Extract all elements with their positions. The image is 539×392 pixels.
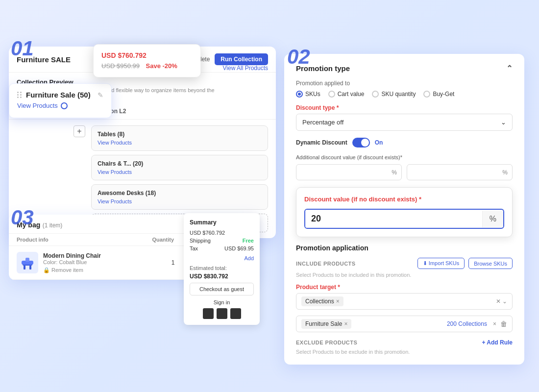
collections-count-remove[interactable]: × bbox=[493, 320, 496, 327]
radio-cart-value[interactable]: Cart value bbox=[328, 91, 365, 98]
additional-discount-label: Additional discount value (if discount e… bbox=[296, 154, 513, 160]
dynamic-on-label: On bbox=[375, 139, 383, 146]
social-button-3[interactable] bbox=[230, 308, 241, 319]
applied-to-label: Promotion applied to bbox=[296, 80, 513, 87]
radio-skus[interactable]: SKUs bbox=[296, 91, 320, 98]
browse-skus-button[interactable]: Browse SKUs bbox=[468, 258, 513, 269]
cart-item-color: Color: Cobalt Blue bbox=[43, 259, 147, 265]
discount-pct-suffix: % bbox=[482, 211, 503, 227]
popup-header: Furniture Sale (50) ✎ bbox=[17, 91, 103, 99]
dynamic-discount-row: Dynamic Discount On bbox=[296, 138, 513, 147]
include-products-label: INCLUDE PRODUCTS bbox=[296, 261, 356, 267]
summary-shipping-row: Shipping Free bbox=[190, 238, 254, 244]
summary-subtotal-row: USD $760.792 bbox=[190, 230, 254, 236]
drag-handle-icon bbox=[17, 92, 22, 98]
chairs-view-products-link[interactable]: View Products bbox=[98, 169, 262, 175]
tables-collection-box: Tables (8) View Products bbox=[91, 125, 268, 151]
run-collection-button[interactable]: Run Collection bbox=[215, 53, 268, 65]
summary-subtotal-value: USD $760.792 bbox=[190, 230, 225, 236]
promotion-panel: Promotion type ⌃ Promotion applied to SK… bbox=[284, 54, 524, 365]
discount-value-popup: Discount value (if no discount exists) *… bbox=[296, 187, 513, 237]
collections-count: 200 Collections bbox=[447, 320, 487, 327]
select-chevron-icon: ⌄ bbox=[501, 119, 506, 126]
discount-popup-title: Discount value (if no discount exists) * bbox=[304, 196, 504, 203]
view-all-products-link[interactable]: View All Products bbox=[223, 65, 269, 72]
summary-title: Summary bbox=[190, 219, 254, 226]
radio-sku-qty-circle[interactable] bbox=[372, 91, 379, 98]
additional-discount-input-2[interactable] bbox=[407, 164, 513, 180]
estimated-total-value: USD $830.792 bbox=[190, 273, 254, 280]
social-button-1[interactable] bbox=[203, 308, 214, 319]
discount-value-input-container[interactable]: % bbox=[304, 209, 504, 229]
summary-shipping-value: Free bbox=[243, 238, 254, 244]
promo-application-title: Promotion application bbox=[296, 244, 513, 252]
svg-rect-2 bbox=[29, 266, 31, 270]
discount-type-label: Discount type * bbox=[296, 104, 513, 111]
l2-collection-header: Collection L2 bbox=[89, 108, 268, 115]
import-skus-button[interactable]: ⬇ Import SKUs bbox=[417, 258, 465, 269]
exclude-products-row: EXCLUDE PRODUCTS + Add Rule bbox=[296, 339, 513, 346]
add-root-button[interactable]: + bbox=[74, 125, 85, 137]
cart-item-image bbox=[17, 252, 38, 273]
pct-suffix-1: % bbox=[392, 169, 397, 176]
summary-shipping-label: Shipping bbox=[190, 238, 211, 244]
summary-tax-row: Tax USD $69.95 bbox=[190, 245, 254, 251]
svg-rect-1 bbox=[24, 266, 25, 270]
radio-buy-get[interactable]: Buy-Get bbox=[423, 91, 454, 98]
discounted-price: USD $760.792 bbox=[101, 51, 193, 59]
pct-suffix-2: % bbox=[502, 169, 508, 176]
tables-view-products-link[interactable]: View Products bbox=[98, 140, 262, 146]
exclude-hint: Select Products to be exclude in this pr… bbox=[296, 349, 513, 355]
social-buttons bbox=[190, 308, 254, 319]
original-price: USD $950.99 bbox=[101, 62, 140, 70]
desks-view-products-link[interactable]: View Products bbox=[98, 198, 262, 204]
select-products-hint: Select Products to be included in this p… bbox=[296, 272, 513, 278]
signin-label: Sign in bbox=[190, 299, 254, 305]
step-2-number: 02 bbox=[287, 47, 310, 67]
chairs-collection-name: Chairs & T... (20) bbox=[98, 160, 262, 167]
step-1-number: 01 bbox=[11, 38, 34, 59]
radio-skus-circle[interactable] bbox=[296, 91, 303, 98]
checkout-as-guest-button[interactable]: Checkout as guest bbox=[190, 283, 254, 295]
collections-chip-remove-icon[interactable]: × bbox=[336, 298, 340, 305]
radio-cart-value-circle[interactable] bbox=[328, 91, 335, 98]
product-target-select[interactable]: Collections × ✕ ⌄ bbox=[296, 293, 513, 310]
additional-discount-field-2[interactable]: % bbox=[407, 164, 513, 180]
collections-chip: Collections × bbox=[301, 296, 343, 306]
step-3-number: 03 bbox=[11, 207, 34, 228]
cart-item-info: Modern Dining Chair Color: Cobalt Blue 🔒… bbox=[43, 252, 147, 273]
chevron-down-icon[interactable]: ⌃ bbox=[506, 64, 513, 73]
promo-applied-to-group: SKUs Cart value SKU quantity Buy-Get bbox=[296, 91, 513, 98]
discount-value-input[interactable] bbox=[305, 210, 482, 228]
radio-buy-get-circle[interactable] bbox=[423, 91, 430, 98]
remove-item-link[interactable]: 🔒 Remove item bbox=[43, 267, 147, 273]
product-target-label: Product target * bbox=[296, 284, 513, 291]
additional-discount-field-1[interactable]: % bbox=[296, 164, 402, 180]
promotion-type-title: Promotion type ⌃ bbox=[296, 64, 513, 73]
discount-type-select[interactable]: Percentage off ⌄ bbox=[296, 114, 513, 131]
include-products-row: INCLUDE PRODUCTS ⬇ Import SKUs Browse SK… bbox=[296, 258, 513, 269]
target-select-arrows-icon: ✕ ⌄ bbox=[496, 298, 507, 305]
furniture-sale-chip: Furniture Sale × bbox=[301, 319, 351, 329]
desks-collection-box: Awesome Desks (18) View Products bbox=[91, 184, 268, 210]
popup-collection-name: Furniture Sale (50) bbox=[26, 91, 94, 99]
furniture-sale-popup: Furniture Sale (50) ✎ View Products bbox=[9, 83, 112, 118]
radio-sku-quantity[interactable]: SKU quantity bbox=[372, 91, 416, 98]
summary-tax-label: Tax bbox=[190, 245, 198, 251]
estimated-total-label: Estimated total: bbox=[190, 265, 254, 271]
social-button-2[interactable] bbox=[217, 308, 227, 319]
dynamic-discount-toggle[interactable] bbox=[352, 138, 370, 147]
sku-buttons: ⬇ Import SKUs Browse SKUs bbox=[417, 258, 513, 269]
save-label: Save -20% bbox=[146, 62, 177, 70]
tables-collection-name: Tables (8) bbox=[98, 131, 262, 138]
collections-row: Furniture Sale × 200 Collections × 🗑 bbox=[296, 316, 513, 332]
additional-discount-input-1[interactable] bbox=[296, 164, 402, 180]
trash-icon[interactable]: 🗑 bbox=[500, 320, 507, 328]
cursor-pointer-icon bbox=[61, 102, 68, 109]
desks-collection-name: Awesome Desks (18) bbox=[98, 190, 262, 196]
add-rule-button[interactable]: + Add Rule bbox=[482, 339, 513, 346]
popup-view-products-link[interactable]: View Products bbox=[17, 102, 58, 109]
edit-icon[interactable]: ✎ bbox=[98, 91, 103, 99]
furniture-sale-chip-remove[interactable]: × bbox=[344, 320, 347, 327]
summary-add-button[interactable]: Add bbox=[190, 255, 254, 261]
